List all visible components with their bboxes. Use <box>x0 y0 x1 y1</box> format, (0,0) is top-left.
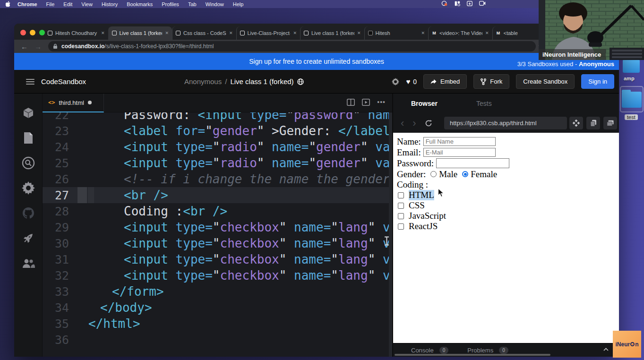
female-radio[interactable] <box>462 171 468 177</box>
tab-browser[interactable]: Browser <box>411 100 438 107</box>
record-icon[interactable] <box>441 0 448 6</box>
download-icon[interactable] <box>467 1 472 6</box>
gear-icon[interactable] <box>14 175 42 200</box>
preview-address-bar[interactable]: https://lpx830.csb.app/third.html <box>444 117 567 129</box>
console-tab[interactable]: Console <box>411 347 434 354</box>
javascript-checkbox[interactable] <box>398 213 404 219</box>
menu-icon[interactable] <box>26 77 34 86</box>
close-tab-icon[interactable]: ✕ <box>229 31 233 35</box>
menu-item[interactable]: File <box>46 1 55 7</box>
browser-tab[interactable]: Live class 1 (forked) - C✕ <box>300 26 364 40</box>
css-checkbox[interactable] <box>398 203 404 209</box>
html-checkbox[interactable] <box>398 192 404 198</box>
menu-item[interactable]: Edit <box>63 1 72 7</box>
rocket-icon[interactable] <box>14 225 42 250</box>
code-line[interactable]: 27<br /> <box>43 187 389 203</box>
line-number: 24 <box>43 140 77 154</box>
menu-item[interactable]: Window <box>206 1 224 7</box>
open-preview-icon[interactable] <box>362 99 370 106</box>
close-tab-icon[interactable]: ✕ <box>357 31 361 35</box>
code-line[interactable]: 36 <box>43 332 389 348</box>
breadcrumb-owner[interactable]: Anonymous <box>184 77 222 86</box>
expand-console-icon[interactable] <box>603 348 609 351</box>
camera-icon[interactable] <box>479 1 486 6</box>
back-icon[interactable]: ← <box>21 43 28 50</box>
email-input[interactable] <box>423 148 496 157</box>
github-icon[interactable] <box>14 200 42 225</box>
code-line[interactable]: 34</body> <box>43 300 389 316</box>
file-tab-third-html[interactable]: <> third.html <box>43 94 104 112</box>
password-input[interactable] <box>436 158 509 168</box>
like-control[interactable]: ♥ 0 <box>406 77 417 86</box>
code-line[interactable]: 26<!-- if i change the name the gender r… <box>43 171 389 187</box>
line-number: 27 <box>43 189 77 202</box>
line-number: 32 <box>43 269 77 283</box>
signup-banner[interactable]: Sign up for free to create unlimited san… <box>14 53 619 70</box>
preview-back-icon[interactable]: ‹ <box>401 118 404 129</box>
menu-item[interactable]: Bookmarks <box>127 1 153 7</box>
users-icon[interactable] <box>14 250 42 275</box>
name-input[interactable] <box>423 137 496 146</box>
preview-modules-icon[interactable] <box>569 117 583 129</box>
editor-scrollbar[interactable] <box>389 112 392 357</box>
code-line[interactable]: 29<input type="checkbox" name="lang" val… <box>43 219 389 235</box>
address-bar[interactable]: codesandbox.io/s/live-class-1-forked-lpx… <box>48 41 536 51</box>
browser-tab[interactable]: Live-Class-Project-01 -✕ <box>236 26 301 40</box>
create-sandbox-button[interactable]: Create Sandbox <box>516 74 575 89</box>
gear-icon[interactable] <box>392 78 399 86</box>
close-tab-icon[interactable]: ✕ <box>485 31 489 35</box>
code-viewport[interactable]: 22Password: <input type="password" name=… <box>43 112 389 357</box>
signin-button[interactable]: Sign in <box>581 74 614 89</box>
menu-item[interactable]: Tab <box>188 1 197 7</box>
tab-tests[interactable]: Tests <box>476 100 492 107</box>
menu-item[interactable]: Help <box>233 1 244 7</box>
menu-item[interactable]: Profiles <box>162 1 179 7</box>
browser-tab[interactable]: Hitesh✕ <box>364 26 429 40</box>
more-options-icon[interactable]: ••• <box>377 98 386 106</box>
windows-icon[interactable] <box>603 117 617 129</box>
code-line[interactable]: 22Password: <input type="password" name=… <box>43 112 389 123</box>
problems-tab[interactable]: Problems <box>467 347 493 354</box>
preview-refresh-icon[interactable] <box>425 120 432 127</box>
browser-tab[interactable]: M<video>: The Video Em✕ <box>428 26 492 40</box>
browser-tab[interactable]: Css class - CodeSandb✕ <box>172 26 236 40</box>
embed-button[interactable]: Embed <box>423 74 467 89</box>
menu-item[interactable]: View <box>81 1 93 7</box>
close-tab-icon[interactable]: ✕ <box>293 31 297 35</box>
male-radio[interactable] <box>430 171 437 177</box>
file-icon[interactable] <box>14 125 42 150</box>
breadcrumb-project[interactable]: Live class 1 (forked) <box>230 77 293 86</box>
copy-icon[interactable] <box>586 117 600 129</box>
code-line[interactable]: 23<label for="gender" >Gender: </label> <box>43 123 389 139</box>
forward-icon[interactable]: → <box>34 43 42 50</box>
horizontal-scrollbar[interactable] <box>395 354 550 356</box>
close-tab-icon[interactable]: ✕ <box>421 31 425 35</box>
menu-item[interactable]: History <box>102 1 118 7</box>
search-icon[interactable] <box>14 150 42 175</box>
menu-item[interactable]: Chrome <box>17 1 37 7</box>
code-line[interactable]: 28Coding :<br /> <box>43 203 389 219</box>
chrome-toolbar: ← → codesandbox.io/s/live-class-1-forked… <box>14 40 619 53</box>
pip-icon[interactable] <box>455 1 460 6</box>
browser-tab[interactable]: Hitesh Choudhary - Co✕ <box>44 26 108 40</box>
code-line[interactable]: 31<input type="checkbox" name="lang" val… <box>43 251 389 267</box>
sandbox-cube-icon[interactable] <box>14 100 42 125</box>
minimize-window-button[interactable] <box>30 30 35 35</box>
code-line[interactable]: 32<input type="checkbox" name="lang" val… <box>43 267 389 283</box>
privacy-globe-icon[interactable] <box>297 78 304 85</box>
code-line[interactable]: 24<input type="radio" name="gender" valu… <box>43 139 389 155</box>
preview-forward-icon[interactable]: › <box>412 118 416 129</box>
code-line[interactable]: 35</html> <box>43 316 389 332</box>
reactjs-checkbox[interactable] <box>398 223 404 230</box>
code-line[interactable]: 30<input type="checkbox" name="lang" val… <box>43 235 389 251</box>
split-view-icon[interactable] <box>347 99 355 106</box>
close-tab-icon[interactable]: ✕ <box>101 31 105 35</box>
browser-tab[interactable]: Live class 1 (forked) - C✕ <box>108 26 172 40</box>
fork-button[interactable]: Fork <box>473 74 509 89</box>
close-window-button[interactable] <box>20 30 26 35</box>
code-line[interactable]: 33</form> <box>43 283 389 300</box>
desktop-folder-icon-selected[interactable] <box>622 90 642 108</box>
code-line[interactable]: 25<input type="radio" name="gender" valu… <box>43 155 389 171</box>
apple-icon[interactable] <box>6 1 11 7</box>
close-tab-icon[interactable]: ✕ <box>165 31 169 35</box>
